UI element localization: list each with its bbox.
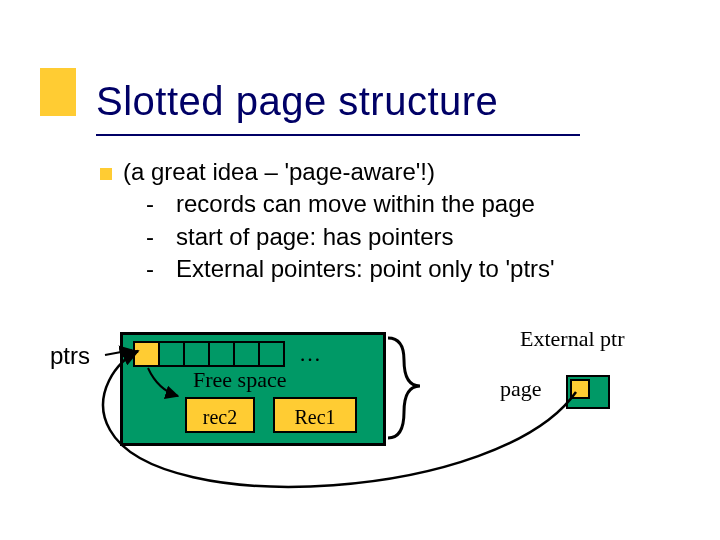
body-bullet-2-text: start of page: has pointers: [176, 223, 454, 250]
rec2-box: rec2: [185, 397, 255, 433]
body-text: (a great idea – 'page-aware'!) -records …: [100, 156, 640, 286]
body-lead-line: (a great idea – 'page-aware'!): [100, 156, 640, 188]
slot-5: [260, 341, 285, 367]
body-bullet-1: -records can move within the page: [146, 188, 640, 220]
body-bullet-3: -External pointers: point only to 'ptrs': [146, 253, 640, 285]
bullet-accent-icon: [100, 168, 112, 180]
ptrs-label: ptrs: [50, 342, 90, 370]
slot-4: [235, 341, 260, 367]
body-bullet-2: -start of page: has pointers: [146, 221, 640, 253]
rec1-box: Rec1: [273, 397, 357, 433]
dash-icon: -: [146, 221, 176, 253]
slot-directory: [133, 341, 285, 367]
slot-1: [160, 341, 185, 367]
title-accent-block: [40, 68, 76, 116]
slot-0-highlighted: [133, 341, 160, 367]
title-underline: [96, 134, 580, 136]
page-label: page: [500, 376, 542, 402]
body-lead-text: (a great idea – 'page-aware'!): [123, 158, 435, 185]
body-bullet-1-text: records can move within the page: [176, 190, 535, 217]
free-space-label: Free space: [193, 367, 286, 393]
external-ptr-inner: [570, 379, 590, 399]
slot-3: [210, 341, 235, 367]
slot-2: [185, 341, 210, 367]
brace-icon: [388, 338, 420, 438]
page-box: … Free space rec2 Rec1: [120, 332, 386, 446]
dash-icon: -: [146, 253, 176, 285]
dash-icon: -: [146, 188, 176, 220]
slide-title: Slotted page structure: [96, 80, 498, 122]
body-bullet-3-text: External pointers: point only to 'ptrs': [176, 255, 555, 282]
external-ptr-label: External ptr: [520, 326, 624, 352]
ellipsis: …: [299, 341, 321, 367]
external-ptr-box: [566, 375, 610, 409]
